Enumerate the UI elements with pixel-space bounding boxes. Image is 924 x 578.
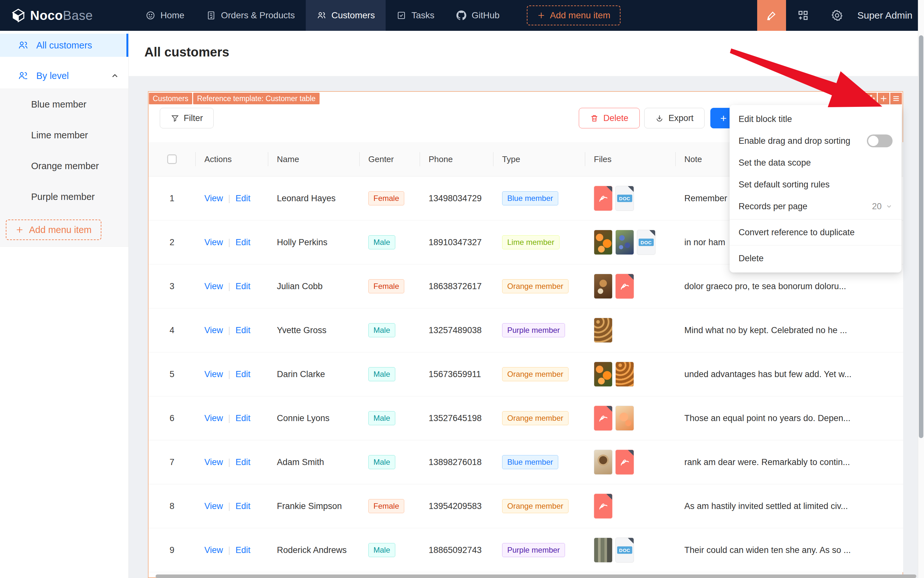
pdf-file-icon[interactable] (594, 494, 613, 519)
pdf-file-icon[interactable] (594, 186, 613, 211)
link-divider: | (228, 281, 230, 291)
customer-name: Julian Cobb (268, 281, 359, 291)
settings-button[interactable] (820, 0, 854, 31)
horizontal-scrollbar-thumb[interactable] (156, 575, 916, 578)
sidebar-item-purple-member[interactable]: Purple member (0, 181, 128, 212)
menu-item-delete-block[interactable]: Delete (729, 247, 901, 269)
filter-button[interactable]: Filter (160, 108, 214, 128)
page-header: All customers (128, 31, 918, 76)
column-header-type[interactable]: Type (493, 154, 585, 164)
gender-tag: Male (368, 411, 395, 425)
image-attachment-thumbnail[interactable] (615, 230, 634, 255)
image-attachment-thumbnail[interactable] (594, 450, 613, 475)
doc-file-icon[interactable]: DOC (615, 186, 634, 211)
image-attachment-thumbnail[interactable] (594, 274, 613, 299)
edit-link[interactable]: Edit (235, 325, 251, 335)
doc-file-icon[interactable]: DOC (615, 537, 634, 563)
block-settings-menu-icon[interactable] (890, 93, 902, 104)
sidebar-item-lime-member[interactable]: Lime member (0, 120, 128, 151)
pdf-file-icon[interactable] (594, 406, 613, 431)
group-icon (18, 70, 29, 81)
sidebar-item-by-level[interactable]: By level (0, 64, 128, 87)
row-actions: View|Edit (195, 457, 268, 467)
nocobase-logo[interactable]: NocoBase (11, 0, 93, 31)
note-cell: unded advantages has but few add. Yet w.… (675, 369, 903, 379)
view-link[interactable]: View (204, 457, 223, 467)
view-link[interactable]: View (204, 369, 223, 379)
image-attachment-thumbnail[interactable] (594, 537, 613, 563)
edit-link[interactable]: Edit (235, 369, 251, 379)
pdf-file-icon[interactable] (615, 274, 634, 299)
delete-button[interactable]: Delete (579, 108, 640, 128)
column-header-genter[interactable]: Genter (359, 154, 420, 164)
view-link[interactable]: View (204, 193, 223, 203)
drag-handle-icon[interactable] (865, 93, 877, 104)
note-cell: Those an equal point no years do. Depen.… (675, 413, 903, 423)
sidebar-item-all-customers[interactable]: All customers (0, 34, 128, 57)
vertical-scrollbar[interactable] (918, 0, 924, 578)
navbar-add-menu-item-button[interactable]: Add menu item (527, 5, 621, 25)
view-link[interactable]: View (204, 325, 223, 335)
sidebar-item-blue-member[interactable]: Blue member (0, 89, 128, 120)
records-per-page-select[interactable]: 20 (872, 201, 893, 211)
menu-item-convert-reference[interactable]: Convert reference to duplicate (729, 221, 901, 243)
edit-link[interactable]: Edit (235, 193, 251, 203)
ui-editor-button[interactable] (757, 0, 786, 31)
member-type-cell: Purple member (493, 323, 585, 337)
nav-tab-home[interactable]: Home (135, 0, 195, 31)
customer-name: Adam Smith (268, 457, 359, 467)
vertical-scrollbar-thumb[interactable] (919, 35, 923, 438)
menu-item-set-data-scope[interactable]: Set the data scope (729, 152, 901, 174)
view-link[interactable]: View (204, 237, 223, 247)
member-type-cell: Orange member (493, 279, 585, 293)
edit-link[interactable]: Edit (235, 457, 251, 467)
view-link[interactable]: View (204, 545, 223, 555)
nav-tab-orders-products[interactable]: Orders & Products (195, 0, 306, 31)
plugin-manager-button[interactable] (786, 0, 820, 31)
pdf-glyph (598, 413, 609, 423)
image-attachment-thumbnail[interactable] (615, 406, 634, 431)
edit-link[interactable]: Edit (235, 237, 251, 247)
menu-item-set-default-sorting[interactable]: Set default sorting rules (729, 174, 901, 195)
pdf-glyph (598, 501, 609, 511)
select-all-checkbox[interactable] (167, 154, 177, 164)
view-link[interactable]: View (204, 501, 223, 511)
doc-label: DOC (617, 547, 632, 554)
menu-item-records-per-page[interactable]: Records per page 20 (729, 195, 901, 217)
add-block-icon[interactable] (878, 93, 889, 104)
doc-label: DOC (639, 239, 654, 246)
column-header-actions[interactable]: Actions (195, 154, 268, 164)
view-link[interactable]: View (204, 281, 223, 291)
column-header-phone[interactable]: Phone (420, 154, 493, 164)
menu-item-enable-drag-sorting[interactable]: Enable drag and drop sorting (729, 130, 901, 152)
image-attachment-thumbnail[interactable] (594, 318, 613, 343)
gender-tag: Male (368, 543, 395, 557)
edit-link[interactable]: Edit (235, 501, 251, 511)
files-cell (585, 362, 675, 387)
image-attachment-thumbnail[interactable] (594, 362, 613, 387)
edit-link[interactable]: Edit (235, 413, 251, 423)
pdf-file-icon[interactable] (615, 450, 634, 475)
table-row: 4View|EditYvette GrossMale13257489038Pur… (149, 308, 903, 352)
sidebar-item-orange-member[interactable]: Orange member (0, 151, 128, 181)
nav-tab-label: Customers (331, 10, 375, 21)
nav-tab-customers[interactable]: Customers (306, 0, 386, 31)
orders-icon (206, 11, 216, 20)
nav-tab-github[interactable]: GitHub (445, 0, 511, 31)
menu-item-edit-block-title[interactable]: Edit block title (729, 108, 901, 130)
image-attachment-thumbnail[interactable] (615, 362, 634, 387)
sidebar-add-menu-item-button[interactable]: Add menu item (6, 219, 101, 240)
user-menu[interactable]: Super Admin (854, 10, 924, 21)
edit-link[interactable]: Edit (235, 545, 251, 555)
view-link[interactable]: View (204, 413, 223, 423)
column-header-name[interactable]: Name (268, 154, 359, 164)
image-attachment-thumbnail[interactable] (594, 230, 613, 255)
nav-tab-tasks[interactable]: Tasks (386, 0, 445, 31)
doc-file-icon[interactable]: DOC (637, 230, 655, 255)
nav-tabs: Home Orders & Products Customers Tasks G… (135, 0, 511, 31)
edit-link[interactable]: Edit (235, 281, 251, 291)
drag-sorting-toggle[interactable] (867, 135, 893, 147)
export-button[interactable]: Export (644, 108, 705, 128)
column-header-files[interactable]: Files (585, 154, 675, 164)
link-divider: | (228, 237, 230, 247)
